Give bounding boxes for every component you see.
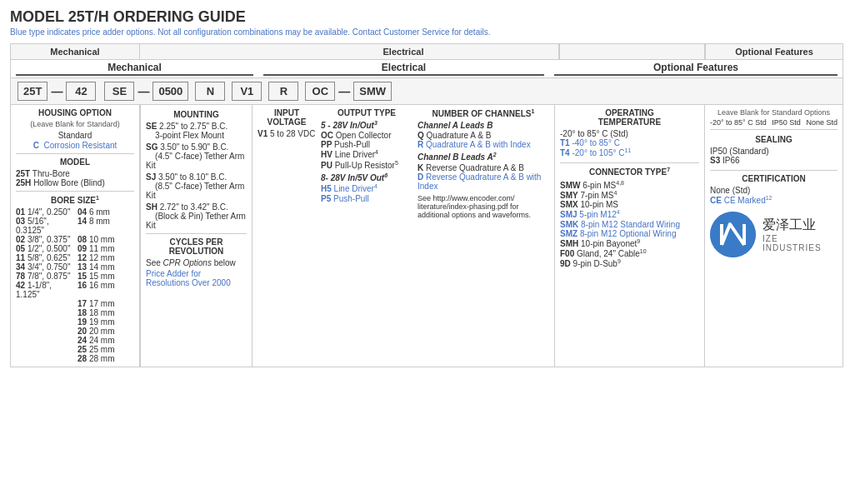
electrical-underline: Electrical bbox=[263, 62, 544, 76]
mech-col: HOUSING OPTION (Leave Blank for Standard… bbox=[11, 105, 140, 367]
channels-note: See http://www.encoder.com/literature/in… bbox=[418, 194, 549, 219]
bore-item-78: 78 7/8", 0.875" bbox=[16, 272, 72, 281]
channels-section: NUMBER OF CHANNELS1 Channel A Leads B Q … bbox=[418, 108, 549, 363]
channel-r: R Quadrature A & B with Index bbox=[418, 140, 549, 149]
bore-item-14: 14 8 mm bbox=[78, 217, 134, 235]
model-dash-2: — bbox=[136, 85, 151, 98]
mechanical-underline: Mechanical bbox=[16, 62, 253, 76]
cpr-title: CYCLES PERREVOLUTION bbox=[146, 237, 247, 256]
conn-smx: SMX 10-pin MS bbox=[560, 200, 699, 209]
channel-a-header: Channel A Leads B bbox=[418, 121, 549, 130]
connector-type-title: CONNECTOR TYPE7 bbox=[560, 167, 699, 177]
model-part-0500: 0500 bbox=[152, 82, 188, 101]
model-part-smw: SMW bbox=[353, 82, 392, 101]
model-part-se: SE bbox=[104, 82, 134, 101]
optional-underline: Optional Features bbox=[554, 62, 838, 76]
bore-item-20: 20 20 mm bbox=[78, 327, 134, 336]
opt-none-std: None Std bbox=[806, 118, 838, 127]
sealing-section: SEALING IP50 (Standard) S3 IP66 bbox=[710, 135, 838, 165]
output-h5: H5 Line Driver4 bbox=[321, 183, 412, 193]
conn-smw: SMW 6-pin MS4,8 bbox=[560, 180, 699, 190]
channel-q: Q Quadrature A & B bbox=[418, 131, 549, 140]
housing-subtitle: (Leave Blank for Standard) bbox=[16, 120, 134, 128]
sealing-s3: S3 IP66 bbox=[710, 156, 838, 165]
bore-size-section: BORE SIZE1 01 1/4", 0.250" 04 6 mm 03 5/… bbox=[16, 195, 134, 363]
bore-item-13: 13 14 mm bbox=[78, 262, 134, 272]
svg-point-0 bbox=[710, 212, 756, 257]
conn-smh: SMH 10-pin Bayonet9 bbox=[560, 238, 699, 248]
output-oc: OC Open Collector bbox=[321, 131, 412, 140]
output-type-section: OUTPUT TYPE 5 - 28V In/Out3 OC Open Coll… bbox=[321, 108, 412, 363]
cert-ce: CE CE Marked12 bbox=[710, 195, 838, 205]
opt-temp-std: -20° to 85° C Std bbox=[710, 118, 767, 127]
optional-features-col: Leave Blank for Standard Options -20° to… bbox=[705, 105, 842, 367]
electrical-header: Electrical bbox=[248, 44, 559, 59]
model-number-row: 25T — 42 SE — 0500 N V1 R OC — SMW bbox=[11, 78, 842, 105]
output-8-28: 8- 28V In/5V Out6 bbox=[321, 172, 412, 182]
cpr-header-space bbox=[140, 44, 248, 59]
model-part-n: N bbox=[195, 82, 225, 101]
channels-title: NUMBER OF CHANNELS1 bbox=[418, 108, 549, 118]
bore-item-08: 08 10 mm bbox=[78, 235, 134, 244]
bore-item-03: 03 5/16", 0.3125" bbox=[16, 217, 72, 235]
channel-d: D Reverse Quadrature A & B with Index bbox=[418, 172, 549, 191]
company-text: 爱泽工业 IZE INDUSTRIES bbox=[762, 217, 838, 252]
bore-item-15: 15 15 mm bbox=[78, 272, 134, 281]
conn-9d: 9D 9-pin D-Sub9 bbox=[560, 258, 699, 268]
logo-svg bbox=[710, 212, 756, 257]
mounting-title: MOUNTING bbox=[146, 110, 247, 119]
bore-item-42-bore: 42 1-1/8", 1.125" bbox=[16, 281, 72, 299]
model-25t: 25T Thru-Bore bbox=[16, 169, 134, 178]
mounting-sg: SG 3.50" to 5.90" B.C. (4.5" C-face) Tet… bbox=[146, 142, 247, 170]
bore-item-34: 34 3/4", 0.750" bbox=[16, 262, 72, 272]
bore-item-24: 24 24 mm bbox=[78, 336, 134, 345]
sealing-title: SEALING bbox=[710, 135, 838, 144]
conn-smj: SMJ 5-pin M124 bbox=[560, 209, 699, 219]
optional-features-header: Optional Features bbox=[705, 44, 842, 59]
channel-k: K Reverse Quadrature A & B bbox=[418, 163, 549, 172]
diagram-container: Mechanical Electrical Optional Features … bbox=[10, 43, 843, 367]
conn-smz: SMZ 8-pin M12 Optional Wiring bbox=[560, 229, 699, 238]
bore-item-05: 05 1/2", 0.500" bbox=[16, 244, 72, 253]
bore-item-blank7 bbox=[16, 354, 72, 363]
optional-defaults-row: -20° to 85° C Std IP50 Std None Std bbox=[710, 118, 838, 130]
bore-item-04: 04 6 mm bbox=[78, 207, 134, 217]
cpr-body: See CPR Options below bbox=[146, 258, 247, 267]
model-part-25t: 25T bbox=[18, 82, 48, 101]
connector-header-space bbox=[559, 44, 705, 59]
bore-item-blank bbox=[16, 299, 72, 308]
housing-title: HOUSING OPTION bbox=[16, 108, 134, 117]
channel-b-header: Channel B Leads A2 bbox=[418, 152, 549, 162]
temp-t4: T4 -20° to 105° C11 bbox=[560, 147, 699, 157]
model-title: MODEL bbox=[16, 157, 134, 167]
model-25h: 25H Hollow Bore (Blind) bbox=[16, 178, 134, 187]
conn-smk: SMK 8-pin M12 Standard Wiring bbox=[560, 220, 699, 229]
leave-blank-label: Leave Blank for Standard Options bbox=[710, 108, 838, 117]
connector-type-section: CONNECTOR TYPE7 SMW 6-pin MS4,8 SMY 7-pi… bbox=[560, 167, 699, 268]
mechanical-header: Mechanical bbox=[11, 44, 140, 59]
model-dash-3: — bbox=[337, 85, 352, 98]
bore-item-18: 18 18 mm bbox=[78, 308, 134, 317]
bore-item-blank3 bbox=[16, 317, 72, 327]
input-voltage-v1: V1 5 to 28 VDC bbox=[258, 129, 316, 138]
model-section: MODEL 25T Thru-Bore 25H Hollow Bore (Bli… bbox=[16, 157, 134, 187]
certification-title: CERTIFICATION bbox=[710, 174, 838, 183]
opt-ip50-std: IP50 Std bbox=[772, 118, 801, 127]
bore-size-title: BORE SIZE1 bbox=[16, 195, 134, 205]
mounting-se: SE 2.25" to 2.75" B.C. 3-point Flex Moun… bbox=[146, 122, 247, 140]
input-voltage-title: INPUTVOLTAGE bbox=[258, 108, 316, 127]
mounting-sh: SH 2.72" to 3.42" B.C. (Block & Pin) Tet… bbox=[146, 202, 247, 230]
conn-f00: F00 Gland, 24" Cable10 bbox=[560, 248, 699, 258]
bore-item-28: 28 28 mm bbox=[78, 354, 134, 363]
operating-temp-section: OPERATINGTEMPERATURE -20° to 85° C (Std)… bbox=[560, 108, 699, 157]
logo-circle bbox=[710, 212, 756, 257]
output-5-28: 5 - 28V In/Out3 bbox=[321, 120, 412, 130]
housing-c-option: C Corrosion Resistant bbox=[16, 141, 134, 150]
electrical-col: INPUTVOLTAGE V1 5 to 28 VDC OUTPUT TYPE … bbox=[252, 105, 555, 367]
conn-smy: SMY 7-pin MS4 bbox=[560, 190, 699, 200]
bore-item-02: 02 3/8", 0.375" bbox=[16, 235, 72, 244]
output-hv: HV Line Driver4 bbox=[321, 149, 412, 159]
page-title: MODEL 25T/H ORDERING GUIDE bbox=[10, 8, 840, 26]
model-part-v1: V1 bbox=[232, 82, 262, 101]
housing-standard: Standard bbox=[16, 131, 134, 140]
